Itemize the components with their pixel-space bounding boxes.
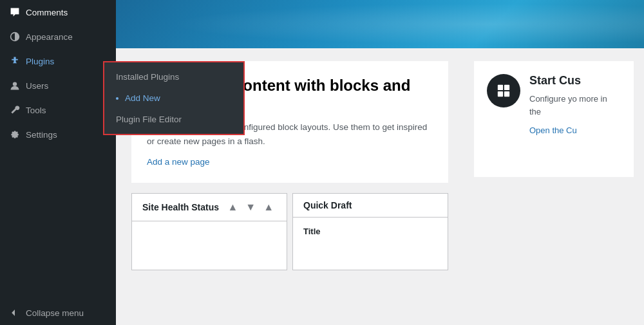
settings-icon — [9, 129, 21, 140]
quick-draft-panel: Quick Draft Title — [292, 193, 448, 270]
active-indicator — [116, 97, 118, 100]
svg-point-1 — [13, 82, 17, 86]
panel-expand-btn[interactable]: ▼ — [243, 200, 258, 214]
open-customizer-link[interactable]: Open the Cu — [529, 125, 577, 135]
comments-icon — [9, 6, 21, 18]
site-health-header: Site Health Status ▲ ▼ ▲ — [132, 194, 287, 221]
plugins-icon — [9, 55, 21, 67]
collapse-icon — [9, 307, 21, 319]
right-card-heading: Start Cus — [529, 74, 621, 88]
plugins-submenu: Installed Plugins Add New Plugin File Ed… — [103, 61, 245, 135]
right-content: Start Cus Configure yo more in the Open … — [464, 48, 644, 325]
sidebar-item-settings[interactable]: Settings — [0, 122, 116, 147]
panel-close-btn[interactable]: ▲ — [261, 200, 276, 214]
site-health-panel: Site Health Status ▲ ▼ ▲ — [131, 193, 287, 270]
sidebar-item-appearance[interactable]: Appearance — [0, 24, 116, 49]
quick-draft-body: Title — [293, 218, 448, 245]
quick-draft-header: Quick Draft — [293, 194, 448, 218]
title-label: Title — [303, 227, 321, 236]
right-card: Start Cus Configure yo more in the Open … — [474, 61, 634, 177]
appearance-icon — [9, 31, 21, 42]
add-new-page-link[interactable]: Add a new page — [147, 157, 210, 167]
submenu-installed-plugins[interactable]: Installed Plugins — [104, 66, 243, 88]
svg-rect-5 — [504, 91, 509, 97]
submenu-plugin-file-editor[interactable]: Plugin File Editor — [104, 109, 243, 130]
tools-icon — [9, 104, 21, 116]
svg-rect-2 — [498, 85, 503, 90]
top-banner — [116, 0, 644, 48]
svg-rect-4 — [498, 91, 503, 97]
submenu-add-new[interactable]: Add New — [104, 88, 243, 109]
panel-collapse-btn[interactable]: ▲ — [225, 200, 240, 214]
site-health-title: Site Health Status — [142, 202, 219, 212]
quick-draft-title: Quick Draft — [303, 200, 352, 210]
sidebar-item-users[interactable]: Users — [0, 73, 116, 98]
users-icon — [9, 80, 21, 91]
sidebar-collapse[interactable]: Collapse menu — [0, 301, 116, 325]
panel-controls: ▲ ▼ ▲ — [225, 200, 276, 214]
right-card-body: Configure yo more in the — [529, 93, 621, 118]
sidebar: Comments Appearance Plugins Users Tools … — [0, 0, 116, 325]
svg-rect-3 — [504, 85, 509, 90]
sidebar-item-comments[interactable]: Comments — [0, 0, 116, 24]
main-content: Author rich content with blocks and patt… — [116, 0, 644, 325]
site-health-body — [132, 221, 287, 237]
sidebar-item-tools[interactable]: Tools — [0, 98, 116, 122]
bottom-panels: Site Health Status ▲ ▼ ▲ Quick Draft — [131, 193, 448, 270]
right-card-icon — [487, 74, 520, 107]
sidebar-item-plugins[interactable]: Plugins — [0, 49, 116, 73]
